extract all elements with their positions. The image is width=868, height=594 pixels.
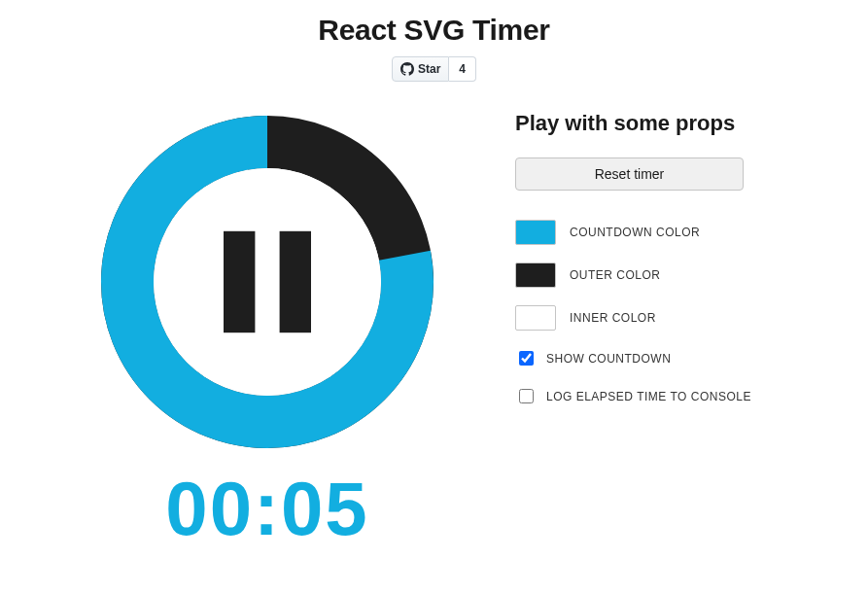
countdown-text: 00:05 [165,465,369,553]
color-swatch[interactable] [515,220,556,245]
color-swatch[interactable] [515,262,556,288]
github-icon [400,62,414,76]
github-star-widget: Star 4 [0,56,868,82]
svg-rect-3 [224,231,255,332]
checkbox-input[interactable] [519,351,534,366]
svg-rect-4 [280,231,311,332]
color-prop-row: INNER COLOR [515,305,810,331]
color-swatch[interactable] [515,305,556,331]
checkbox-row[interactable]: SHOW COUNTDOWN [515,348,810,368]
color-prop-row: COUNTDOWN COLOR [515,220,810,245]
github-star-label: Star [418,62,440,76]
checkbox-row[interactable]: LOG ELAPSED TIME TO CONSOLE [515,386,810,406]
props-heading: Play with some props [515,111,810,136]
page-title: React SVG Timer [0,14,868,47]
checkbox-label: LOG ELAPSED TIME TO CONSOLE [546,390,751,403]
github-star-button[interactable]: Star [392,56,449,82]
checkbox-input[interactable] [519,389,534,403]
checkbox-label: SHOW COUNTDOWN [546,352,671,366]
svg-point-2 [154,168,381,396]
color-prop-label: INNER COLOR [570,311,656,325]
reset-timer-button[interactable]: Reset timer [515,157,744,191]
color-prop-label: OUTER COLOR [570,268,661,282]
color-prop-row: OUTER COLOR [515,262,810,288]
color-prop-label: COUNTDOWN COLOR [570,226,700,239]
github-star-count[interactable]: 4 [449,56,476,82]
timer-ring[interactable] [92,107,442,457]
